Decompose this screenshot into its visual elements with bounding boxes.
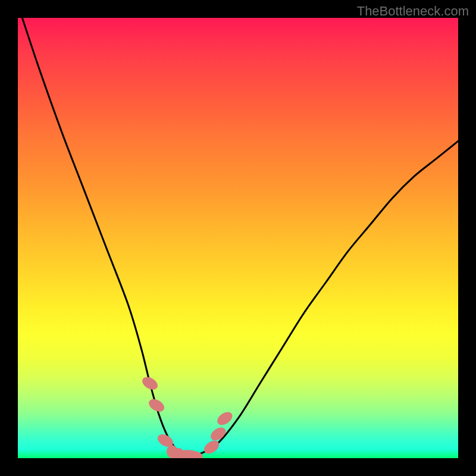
curve-marker <box>140 374 159 392</box>
curve-layer <box>18 18 458 458</box>
curve-marker <box>215 409 234 428</box>
curve-marker <box>172 449 203 458</box>
curve-marker <box>155 432 175 450</box>
heatmap-plot-area <box>18 18 458 458</box>
curve-marker <box>208 425 228 443</box>
attribution-text: TheBottleneck.com <box>357 4 469 19</box>
curve-marker <box>146 396 166 414</box>
curve-marker <box>167 445 177 458</box>
bottleneck-curve <box>22 18 458 457</box>
outer-frame: TheBottleneck.com <box>0 0 476 476</box>
curve-marker <box>173 448 184 458</box>
curve-marker <box>202 438 221 456</box>
